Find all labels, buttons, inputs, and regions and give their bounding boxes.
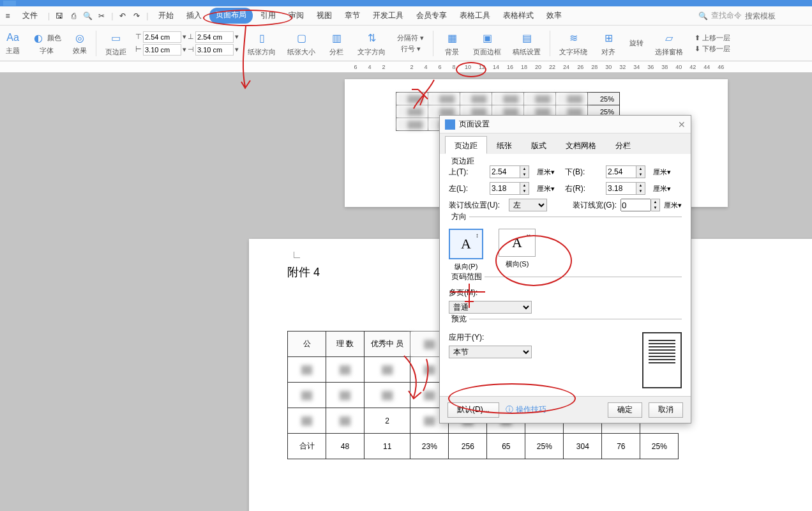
orientation-legend: 方向	[449, 211, 469, 222]
color-icon[interactable]: ◐	[31, 31, 45, 45]
dialog-tab-2[interactable]: 版式	[522, 136, 556, 154]
undo-icon[interactable]: ↶	[118, 11, 127, 20]
table-cell[interactable]: 76	[602, 434, 640, 459]
effect-icon[interactable]: ◎	[73, 31, 87, 45]
table-cell[interactable]: 23%	[410, 434, 449, 459]
cancel-button[interactable]: 取消	[649, 402, 683, 418]
align-icon[interactable]: ⊞	[599, 29, 618, 46]
pageborder-icon[interactable]: ▣	[477, 29, 497, 46]
table-cell[interactable]: ██	[288, 383, 326, 408]
table-cell[interactable]: 合计	[288, 434, 326, 459]
table-cell[interactable]: ██	[365, 383, 410, 408]
gutter-width-input[interactable]	[620, 199, 651, 211]
margin-top-dlg-input[interactable]	[490, 165, 520, 178]
table-cell[interactable]: 304	[564, 434, 602, 459]
apply-to-select[interactable]: 本节	[449, 346, 532, 358]
multipage-select[interactable]: 普通	[449, 301, 532, 314]
theme-label: 主题	[6, 46, 20, 56]
menu-tab-10[interactable]: 表格样式	[498, 8, 539, 24]
menu-tab-3[interactable]: 引用	[255, 8, 281, 24]
print-icon[interactable]: ⎙	[69, 11, 78, 20]
redo-icon[interactable]: ↷	[132, 11, 141, 20]
margin-top-icon: ⊤	[135, 33, 142, 41]
command-search[interactable]: 🔍 查找命令	[698, 10, 809, 21]
dialog-tab-1[interactable]: 纸张	[487, 136, 522, 154]
table-cell[interactable]: 25%	[525, 434, 564, 459]
preview-icon[interactable]: 🔍	[83, 11, 92, 20]
table-cell[interactable]: 48	[326, 434, 365, 459]
page-preview-icon	[642, 332, 682, 388]
menu-tab-4[interactable]: 审阅	[283, 8, 309, 24]
margin-right-icon: ⊣	[188, 45, 194, 54]
hamburger-icon[interactable]: ≡	[3, 11, 12, 20]
dialog-tab-3[interactable]: 文档网格	[556, 136, 606, 154]
close-icon[interactable]: ✕	[678, 119, 686, 130]
selectpane-icon[interactable]: ▱	[659, 29, 679, 46]
textdir-icon[interactable]: ⇅	[362, 29, 381, 46]
menu-tab-9[interactable]: 表格工具	[455, 8, 495, 24]
portrait-option[interactable]: A↕	[449, 229, 483, 259]
cut-icon[interactable]: ✂	[97, 11, 106, 20]
table-cell[interactable]: 65	[487, 434, 525, 459]
dialog-tab-4[interactable]: 分栏	[606, 136, 640, 154]
watermark-icon[interactable]: ▤	[517, 29, 536, 46]
landscape-option[interactable]: A↔	[499, 229, 536, 257]
table-cell[interactable]: ██	[288, 408, 326, 434]
menu-tab-8[interactable]: 会员专享	[411, 8, 452, 24]
tips-link[interactable]: ⓘ操作技巧	[506, 404, 546, 415]
default-button[interactable]: 默认(D)...	[447, 402, 499, 418]
table-cell[interactable]: ██	[326, 408, 365, 434]
horizontal-ruler[interactable]: 6422468101214161820222426283032343638404…	[0, 61, 812, 73]
table-cell[interactable]: ██	[326, 383, 365, 408]
columns-icon[interactable]: ▥	[327, 29, 346, 46]
margin-top-input[interactable]	[143, 31, 181, 43]
info-icon: ⓘ	[506, 404, 513, 415]
margin-bottom-input[interactable]	[195, 31, 234, 43]
dialog-tabs: 页边距纸张版式文档网格分栏	[440, 133, 691, 154]
search-icon: 🔍	[698, 11, 708, 20]
margins-legend: 页边距	[449, 156, 477, 167]
bringforward-icon[interactable]: ⬆	[695, 34, 700, 42]
margin-right-dlg-input[interactable]	[606, 182, 636, 195]
table-cell[interactable]: ██	[288, 357, 326, 383]
app-tab[interactable]	[3, 1, 16, 6]
menu-tab-0[interactable]: 开始	[153, 8, 179, 24]
menu-tab-11[interactable]: 效率	[541, 8, 567, 24]
margin-left-icon: ⊢	[135, 45, 142, 54]
ok-button[interactable]: 确定	[608, 402, 642, 418]
table-cell[interactable]: 256	[449, 434, 487, 459]
pagecode-legend: 页码范围	[449, 271, 485, 282]
background-icon[interactable]: ▦	[442, 29, 462, 46]
table-cell[interactable]: 11	[365, 434, 410, 459]
gutter-pos-select[interactable]: 左	[509, 199, 547, 211]
table-cell[interactable]: ██	[365, 357, 410, 383]
dialog-tab-0[interactable]: 页边距	[445, 136, 487, 154]
margin-left-input[interactable]	[143, 44, 181, 56]
table-cell[interactable]: 25%	[640, 434, 679, 459]
menu-tab-1[interactable]: 插入	[181, 8, 207, 24]
papersize-icon[interactable]: ▢	[292, 29, 311, 46]
dialog-title: 页面设置	[459, 119, 490, 130]
theme-icon[interactable]: Aa	[6, 31, 20, 45]
margin-right-input[interactable]	[195, 44, 234, 56]
orientation-icon[interactable]: ▯	[252, 29, 271, 46]
app-tabbar	[0, 0, 812, 6]
table-cell[interactable]: 2	[365, 408, 410, 434]
table-cell[interactable]: ██	[326, 357, 365, 383]
font-label[interactable]: 字体	[40, 46, 54, 56]
dialog-titlebar[interactable]: 页面设置 ✕	[440, 116, 691, 133]
menu-tab-2[interactable]: 页面布局	[209, 8, 253, 24]
save-icon[interactable]: 🖫	[55, 11, 64, 20]
sendback-icon[interactable]: ⬇	[695, 45, 700, 53]
menu-tab-7[interactable]: 开发工具	[368, 8, 409, 24]
file-menu[interactable]: 文件	[17, 8, 43, 24]
menu-tab-6[interactable]: 章节	[340, 8, 365, 24]
margin-bottom-icon: ⊥	[188, 33, 194, 41]
textwrap-icon[interactable]: ≋	[564, 29, 583, 46]
preview-legend: 预览	[449, 314, 469, 324]
margin-left-dlg-input[interactable]	[490, 182, 520, 195]
menu-tab-5[interactable]: 视图	[312, 8, 337, 24]
pagemargin-icon[interactable]: ▭	[107, 29, 126, 46]
template-search-input[interactable]	[745, 11, 809, 20]
margin-bottom-dlg-input[interactable]	[606, 165, 636, 178]
